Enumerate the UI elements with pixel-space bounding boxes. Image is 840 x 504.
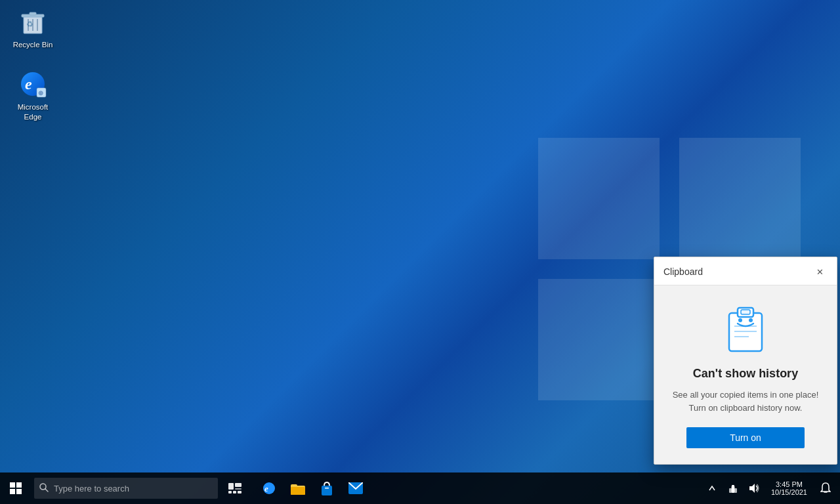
network-icon-button[interactable] xyxy=(723,472,744,504)
clipboard-icon-container xyxy=(719,301,772,356)
edge-icon-image: e ⊕ xyxy=(17,68,49,100)
svg-rect-41 xyxy=(325,488,329,489)
clock-date: 10/15/2021 xyxy=(771,488,807,496)
taskbar-store-button[interactable] xyxy=(312,472,341,504)
svg-rect-29 xyxy=(228,483,234,490)
clipboard-popup: Clipboard ✕ xyxy=(654,257,837,465)
taskbar-search-icon xyxy=(39,483,49,494)
svg-rect-2 xyxy=(538,279,660,400)
taskbar-apps: e xyxy=(255,472,370,504)
svg-rect-17 xyxy=(741,310,750,314)
svg-rect-30 xyxy=(235,483,242,487)
chevron-up-icon xyxy=(709,484,715,493)
svg-marker-47 xyxy=(749,484,755,493)
svg-rect-39 xyxy=(291,487,305,495)
microsoft-edge-desktop-icon[interactable]: e ⊕ Microsoft Edge xyxy=(7,66,59,125)
svg-rect-1 xyxy=(679,138,801,259)
recycle-bin-icon-image: ♻ xyxy=(17,6,49,37)
turn-on-button[interactable]: Turn on xyxy=(686,427,805,448)
taskbar-mail-button[interactable] xyxy=(341,472,370,504)
search-placeholder-text: Type here to search xyxy=(54,484,129,494)
network-icon xyxy=(727,484,739,493)
svg-point-22 xyxy=(749,318,753,322)
svg-rect-9 xyxy=(30,12,36,15)
taskbar-mail-icon xyxy=(348,482,363,494)
clipboard-header: Clipboard ✕ xyxy=(654,257,837,285)
taskbar-edge-icon: e xyxy=(262,481,276,495)
start-button[interactable] xyxy=(0,472,32,504)
svg-text:⊕: ⊕ xyxy=(38,89,43,96)
task-view-icon xyxy=(228,483,242,494)
taskbar-file-explorer-button[interactable] xyxy=(284,472,312,504)
taskbar-edge-button[interactable]: e xyxy=(255,472,284,504)
recycle-bin-desktop-icon[interactable]: ♻ Recycle Bin xyxy=(7,3,59,52)
clipboard-illustration xyxy=(719,301,772,354)
notification-button[interactable] xyxy=(814,472,837,504)
clipboard-heading: Can't show history xyxy=(693,367,798,381)
start-icon xyxy=(10,482,22,494)
volume-icon-button[interactable] xyxy=(744,472,765,504)
svg-rect-32 xyxy=(233,491,236,494)
clipboard-body: Can't show history See all your copied i… xyxy=(654,285,837,464)
clipboard-title: Clipboard xyxy=(663,266,703,277)
svg-text:e: e xyxy=(25,75,32,93)
svg-text:e: e xyxy=(264,484,268,494)
volume-icon xyxy=(748,483,760,494)
desktop: ♻ Recycle Bin e ⊕ Microsoft xyxy=(0,0,840,504)
svg-rect-26 xyxy=(16,489,22,494)
svg-rect-34 xyxy=(235,488,242,490)
svg-rect-46 xyxy=(732,485,734,493)
search-bar[interactable]: Type here to search xyxy=(34,478,218,499)
clock-button[interactable]: 3:45 PM 10/15/2021 xyxy=(765,472,814,504)
svg-rect-23 xyxy=(10,482,15,488)
svg-point-21 xyxy=(738,318,742,322)
taskbar-file-explorer-icon xyxy=(291,482,305,495)
svg-rect-31 xyxy=(228,491,232,494)
notification-icon xyxy=(820,482,831,494)
recycle-bin-label: Recycle Bin xyxy=(13,40,53,50)
svg-rect-40 xyxy=(322,486,332,495)
clipboard-close-button[interactable]: ✕ xyxy=(812,264,828,280)
svg-rect-44 xyxy=(729,488,732,493)
svg-rect-45 xyxy=(734,488,737,493)
clipboard-description: See all your copied items in one place! … xyxy=(667,388,824,414)
task-view-button[interactable] xyxy=(220,472,249,504)
clock-time: 3:45 PM xyxy=(776,480,803,488)
show-hidden-icons-button[interactable] xyxy=(702,472,723,504)
taskbar-store-icon xyxy=(320,481,333,495)
taskbar: Type here to search e xyxy=(0,472,840,504)
svg-line-28 xyxy=(45,489,48,492)
svg-rect-33 xyxy=(238,491,242,494)
system-tray: 3:45 PM 10/15/2021 xyxy=(702,472,840,504)
svg-text:♻: ♻ xyxy=(26,20,33,29)
svg-rect-25 xyxy=(10,489,15,494)
svg-rect-0 xyxy=(538,138,660,259)
edge-label: Microsoft Edge xyxy=(9,102,56,122)
svg-rect-24 xyxy=(16,482,22,488)
